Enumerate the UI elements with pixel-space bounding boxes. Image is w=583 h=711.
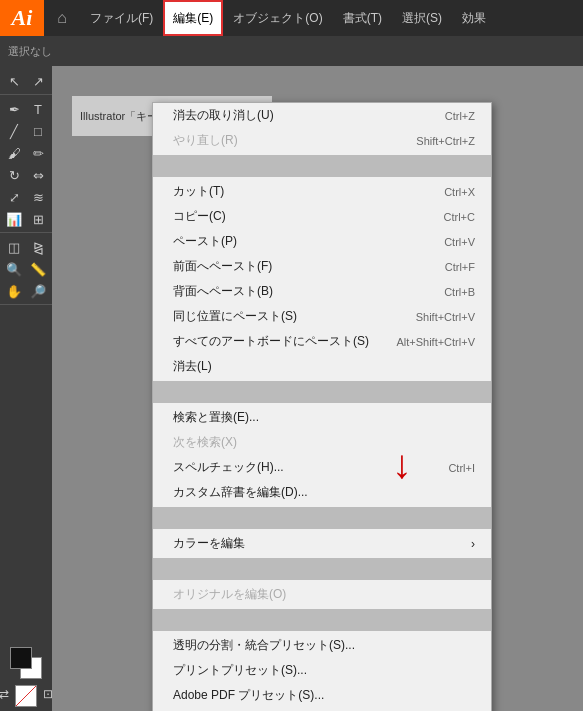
menu-edit-color[interactable]: カラーを編集 xyxy=(153,531,491,556)
menu-type[interactable]: 書式(T) xyxy=(333,0,392,36)
menu-print-presets[interactable]: プリントプリセット(S)... xyxy=(153,658,491,683)
home-button[interactable]: ⌂ xyxy=(44,0,80,36)
warp-tool[interactable]: ≋ xyxy=(27,186,49,208)
separator-1 xyxy=(153,155,491,177)
toolbox: ↖ ↗ ✒ T ╱ □ 🖌 ✏ ↻ ⇔ ⤢ ≋ xyxy=(0,66,52,711)
measure-tool[interactable]: 📏 xyxy=(27,258,49,280)
menu-file[interactable]: ファイル(F) xyxy=(80,0,163,36)
menubar-items: ファイル(F) 編集(E) オブジェクト(O) 書式(T) 選択(S) 効果 xyxy=(80,0,583,36)
menu-paste-front[interactable]: 前面へペースト(F) Ctrl+F xyxy=(153,254,491,279)
menu-copy[interactable]: コピー(C) Ctrl+C xyxy=(153,204,491,229)
tool-group-misc: ◫ ⧎ 🔍 📏 ✋ 🔎 xyxy=(0,236,52,305)
separator-2 xyxy=(153,381,491,403)
menubar: Ai ⌂ ファイル(F) 編集(E) オブジェクト(O) 書式(T) 選択(S)… xyxy=(0,0,583,36)
menu-paste[interactable]: ペースト(P) Ctrl+V xyxy=(153,229,491,254)
menu-cut[interactable]: カット(T) Ctrl+X xyxy=(153,179,491,204)
menu-find-replace[interactable]: 検索と置換(E)... xyxy=(153,405,491,430)
small-tools: ⇄ ⊡ xyxy=(0,685,57,707)
type-tool[interactable]: T xyxy=(27,98,49,120)
menu-effect[interactable]: 効果 xyxy=(452,0,496,36)
fill-swatch[interactable] xyxy=(10,647,32,669)
menu-clear[interactable]: 消去(L) xyxy=(153,354,491,379)
graph-tool[interactable]: 📊 xyxy=(3,208,25,230)
reflect-tool[interactable]: ⇔ xyxy=(27,164,49,186)
menu-undo[interactable]: 消去の取り消し(U) Ctrl+Z xyxy=(153,103,491,128)
menu-find-next[interactable]: 次を検索(X) xyxy=(153,430,491,455)
menu-edit-original[interactable]: オリジナルを編集(O) xyxy=(153,582,491,607)
canvas-area: Illustrator「キー... 消去の取り消し(U) Ctrl+Z やり直し… xyxy=(52,66,583,711)
line-tool[interactable]: ╱ xyxy=(3,120,25,142)
tool-group-select: ↖ ↗ xyxy=(0,70,52,95)
toolbar: 選択なし xyxy=(0,36,583,66)
select-tool[interactable]: ↖ xyxy=(3,70,25,92)
menu-pdf-presets[interactable]: Adobe PDF プリセット(S)... xyxy=(153,683,491,708)
menu-transparency-blend[interactable]: 透明の分割・統合プリセット(S)... xyxy=(153,633,491,658)
menu-object[interactable]: オブジェクト(O) xyxy=(223,0,332,36)
mesh-tool[interactable]: ⊞ xyxy=(27,208,49,230)
rotate-tool[interactable]: ↻ xyxy=(3,164,25,186)
menu-paste-back[interactable]: 背面へペースト(B) Ctrl+B xyxy=(153,279,491,304)
hand-tool[interactable]: ✋ xyxy=(3,280,25,302)
edit-menu: 消去の取り消し(U) Ctrl+Z やり直し(R) Shift+Ctrl+Z カ… xyxy=(152,102,492,711)
main-area: ↖ ↗ ✒ T ╱ □ 🖌 ✏ ↻ ⇔ ⤢ ≋ xyxy=(0,66,583,711)
menu-redo[interactable]: やり直し(R) Shift+Ctrl+Z xyxy=(153,128,491,153)
gradient-tool[interactable]: ◫ xyxy=(3,236,25,258)
blend-tool[interactable]: ⧎ xyxy=(27,236,49,258)
zoom-tool[interactable]: 🔎 xyxy=(27,280,49,302)
rect-tool[interactable]: □ xyxy=(27,120,49,142)
none-indicator[interactable] xyxy=(15,685,37,707)
dropdown-overlay: 消去の取り消し(U) Ctrl+Z やり直し(R) Shift+Ctrl+Z カ… xyxy=(52,102,583,711)
pencil-tool[interactable]: ✏ xyxy=(27,142,49,164)
separator-3 xyxy=(153,507,491,529)
selection-label: 選択なし xyxy=(8,44,52,59)
paintbrush-tool[interactable]: 🖌 xyxy=(3,142,25,164)
color-swatches[interactable] xyxy=(10,647,42,679)
menu-spell-check[interactable]: スペルチェック(H)... Ctrl+I xyxy=(153,455,491,480)
app-logo[interactable]: Ai xyxy=(0,0,44,36)
menu-paste-all-boards[interactable]: すべてのアートボードにペースト(S) Alt+Shift+Ctrl+V xyxy=(153,329,491,354)
menu-edit[interactable]: 編集(E) xyxy=(163,0,223,36)
menu-paste-in-place[interactable]: 同じ位置にペースト(S) Shift+Ctrl+V xyxy=(153,304,491,329)
swap-colors-button[interactable]: ⇄ xyxy=(0,685,13,703)
direct-select-tool[interactable]: ↗ xyxy=(27,70,49,92)
tool-group-draw: ✒ T ╱ □ 🖌 ✏ ↻ ⇔ ⤢ ≋ 📊 ⊞ xyxy=(0,98,52,233)
scale-tool[interactable]: ⤢ xyxy=(3,186,25,208)
menu-select[interactable]: 選択(S) xyxy=(392,0,452,36)
pen-tool[interactable]: ✒ xyxy=(3,98,25,120)
separator-5 xyxy=(153,609,491,631)
eyedropper-tool[interactable]: 🔍 xyxy=(3,258,25,280)
separator-4 xyxy=(153,558,491,580)
menu-custom-dict[interactable]: カスタム辞書を編集(D)... xyxy=(153,480,491,505)
